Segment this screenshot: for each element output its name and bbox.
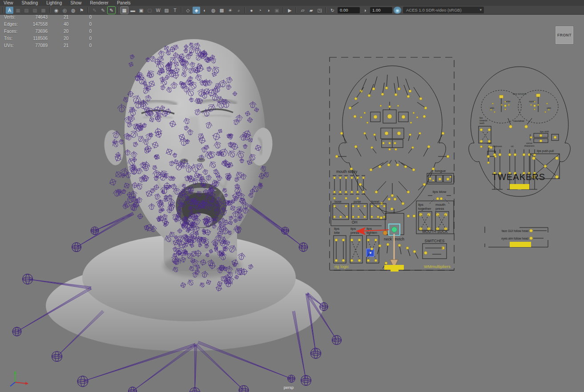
hud-c1: 147558 <box>27 22 48 27</box>
colorspace-select[interactable]: ACES 1.0 SDR-video (sRGB)▾ <box>403 7 484 13</box>
toolbar-separator <box>88 7 89 13</box>
grease-pencil-icon[interactable]: ✎ <box>91 7 98 14</box>
shaded-mode-icon[interactable]: ◈ <box>193 7 200 14</box>
hud-c3: 0 <box>68 22 92 27</box>
xray-icon[interactable]: ▱ <box>299 7 306 14</box>
checker-map-icon[interactable]: ▩ <box>218 7 226 14</box>
toolbar-separator <box>326 7 326 13</box>
hud-c1: 74643 <box>27 15 48 20</box>
xray-joints-icon[interactable]: ▰ <box>307 7 315 14</box>
view-transform-icon[interactable]: ◉ <box>394 7 401 14</box>
film-gate-icon[interactable]: ▬ <box>129 7 137 14</box>
hud-c1: 73696 <box>27 29 48 34</box>
bookmark-flag-icon[interactable]: ⚑ <box>78 7 85 14</box>
lips-shift-label: lips shift <box>540 130 549 133</box>
orbit-left-label: orbit <box>490 107 494 109</box>
pencil-active-icon[interactable]: ✎ <box>108 7 115 14</box>
field-chart-icon[interactable]: W <box>154 7 162 14</box>
gui-eye-controls[interactable] <box>371 102 408 123</box>
colorspace-value: ACES 1.0 SDR-video (sRGB) <box>406 7 462 13</box>
wireframe-mode-icon[interactable]: ◇ <box>184 7 192 14</box>
gui-nose-controls[interactable] <box>381 128 404 148</box>
menu-shading[interactable]: Shading <box>22 0 38 6</box>
hud-label: Faces: <box>4 29 27 34</box>
tweaker-control-dots[interactable] <box>480 101 559 179</box>
follow-toggles[interactable] <box>530 229 547 240</box>
follow-slider-bar[interactable] <box>510 242 531 247</box>
menu-lighting[interactable]: Lighting <box>46 0 62 6</box>
selected-control-handle[interactable] <box>392 227 397 232</box>
menu-show[interactable]: Show <box>70 0 81 6</box>
use-all-lights-icon[interactable]: ◍ <box>209 7 217 14</box>
motion-blur-icon[interactable]: ◔ <box>256 7 264 14</box>
gamma-field[interactable]: 1.00 <box>370 7 392 13</box>
menu-view[interactable]: View <box>4 0 13 6</box>
depth-of-field-icon[interactable]: ◑ <box>265 7 272 14</box>
viewport-toolbar: A▦▨▧▩◉◎◍⚑✎✎✎▦▬▣▢W▨T◇◈◐◍▩☀◕●◔◑▣▶▱▰◳↻0.00◑… <box>0 6 584 15</box>
purse-label: purse <box>354 200 361 204</box>
mouth-press-label2: press <box>435 207 444 211</box>
select-hierarchy-icon[interactable]: ▩ <box>40 7 47 14</box>
oh-controls[interactable] <box>331 201 386 226</box>
hud-c2: 21 <box>48 15 68 20</box>
neck-slider-bar[interactable] <box>384 265 404 270</box>
camera-bookmark-icon[interactable]: ◍ <box>69 7 77 14</box>
gate-mask-icon[interactable]: ▢ <box>146 7 153 14</box>
hud-c3: 0 <box>68 36 92 41</box>
relax-label: relax <box>506 100 511 103</box>
left-ear <box>102 128 126 166</box>
follow-panel: face GUI follow head eyes aim follow hea… <box>485 227 548 247</box>
tongue-label: tongue <box>435 169 446 173</box>
toolbar-separator <box>49 7 50 13</box>
tweakers-title: TWEAKERS <box>492 172 545 182</box>
tweaker-slider-columns[interactable] <box>492 149 537 189</box>
isolate-select-icon[interactable]: ▶ <box>286 7 294 14</box>
neck-slider-tab[interactable] <box>391 270 399 272</box>
snapshot-icon[interactable]: ◳ <box>316 7 323 14</box>
hud-row: Verts:74643210 <box>4 14 92 21</box>
resolution-gate-icon[interactable]: ▣ <box>137 7 145 14</box>
textured-mode-icon[interactable]: ◐ <box>201 7 209 14</box>
thickness-label: thickness <box>493 145 502 148</box>
menu-renderer[interactable]: Renderer <box>90 0 109 6</box>
safe-title-icon[interactable]: T <box>171 7 179 14</box>
front-camera-button[interactable]: FRONT <box>555 26 574 44</box>
head-model[interactable] <box>46 39 323 351</box>
camera-attributes-icon[interactable]: ◎ <box>61 7 68 14</box>
hud-c1: 118506 <box>27 36 48 41</box>
switches-label: SWITCHES <box>425 239 445 243</box>
ambient-occlusion-icon[interactable]: ● <box>248 7 255 14</box>
hud-c2: 20 <box>48 36 68 41</box>
hud-row: Faces:73696200 <box>4 28 92 35</box>
lips-tighten-label2: tighten <box>367 231 377 235</box>
lips-blow-label: lips blow <box>433 190 447 194</box>
sculpt-brush-icon[interactable]: ✎ <box>99 7 107 14</box>
hud-c3: 0 <box>68 29 92 34</box>
switch-blue-box[interactable] <box>367 249 374 256</box>
oh-label: OH <box>352 220 358 224</box>
anti-alias-icon[interactable]: ▣ <box>273 7 281 14</box>
orange-pivot-dot[interactable] <box>383 231 387 235</box>
lock-camera-icon[interactable]: ◉ <box>52 7 60 14</box>
select-component-icon[interactable]: ▧ <box>31 7 39 14</box>
nasolabial-label: nasolabial <box>513 120 524 122</box>
menu-panels[interactable]: Panels <box>117 0 131 6</box>
lasso-select-icon[interactable]: ▦ <box>14 7 22 14</box>
exposure-icon[interactable]: ↻ <box>329 7 336 14</box>
viewport-3d[interactable]: persp mouth sticky <box>0 0 584 392</box>
safe-action-icon[interactable]: ▨ <box>163 7 170 14</box>
tweakers-slider-bar[interactable] <box>510 184 529 189</box>
funnel-label: funnel <box>371 200 379 203</box>
shadows-icon[interactable]: ◕ <box>235 7 242 14</box>
lights-icon[interactable]: ☀ <box>226 7 234 14</box>
orbit-right-label: orbit <box>547 107 551 109</box>
exposure-field[interactable]: 0.00 <box>338 7 360 13</box>
gamma-icon[interactable]: ◑ <box>361 7 369 14</box>
select-tool-icon[interactable]: A <box>6 7 13 14</box>
toolbar-separator <box>3 7 4 13</box>
paint-select-icon[interactable]: ▨ <box>23 7 30 14</box>
switches-controls[interactable] <box>423 244 447 259</box>
grid-toggle-icon[interactable]: ▦ <box>121 7 128 14</box>
sharpness-label: sharpness <box>524 144 535 147</box>
hud-label: Tris: <box>4 36 27 41</box>
